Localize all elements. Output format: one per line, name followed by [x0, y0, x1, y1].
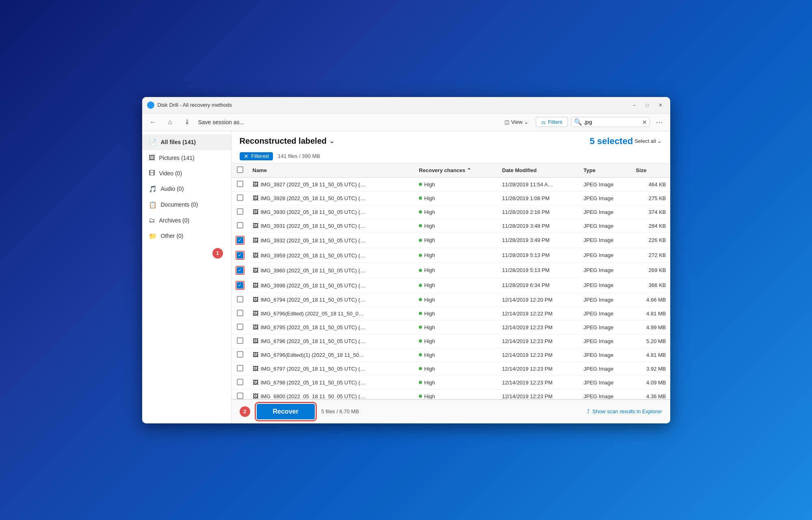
filters-label: Filters: [548, 119, 562, 125]
recover-button[interactable]: Recover: [257, 404, 315, 419]
row-checkbox-cell[interactable]: [232, 389, 249, 399]
green-dot-icon: [419, 269, 422, 272]
save-session-button[interactable]: Save session as...: [198, 119, 245, 125]
file-checkbox[interactable]: [237, 194, 243, 201]
sidebar-video-label: Video (0): [159, 170, 182, 177]
green-dot-icon: [419, 298, 422, 301]
sidebar-pictures-label: Pictures (141): [159, 155, 195, 161]
recovery-chances: High: [415, 205, 498, 219]
file-checkbox[interactable]: [237, 252, 243, 259]
row-checkbox-cell[interactable]: [232, 219, 249, 233]
close-button[interactable]: ✕: [656, 100, 665, 110]
file-checkbox[interactable]: [237, 267, 243, 274]
file-checkbox[interactable]: [237, 237, 243, 244]
main-content: 📄 All files (141) 🖼 Pictures (141) 🎞 Vid…: [142, 131, 670, 423]
bottom-file-info: 5 files / 6.70 MB: [321, 408, 359, 414]
file-icon: 🖼: [253, 379, 258, 386]
row-checkbox-cell[interactable]: [232, 375, 249, 389]
column-size: Size: [632, 163, 670, 178]
select-all-checkbox[interactable]: [237, 166, 243, 173]
row-checkbox-cell[interactable]: [232, 233, 249, 248]
row-checkbox-cell[interactable]: [232, 348, 249, 362]
green-dot-icon: [419, 224, 422, 227]
file-icon: 🖼: [253, 352, 258, 358]
table-row: 🖼IMG_6794 (2022_05_18 11_50_05 UTC) (… H…: [232, 293, 670, 306]
file-checkbox[interactable]: [237, 337, 243, 344]
row-checkbox-cell[interactable]: [232, 306, 249, 320]
search-clear-button[interactable]: ✕: [642, 119, 647, 125]
row-checkbox-cell[interactable]: [232, 248, 249, 263]
filter-tag-label: Filtered: [251, 153, 269, 159]
file-checkbox[interactable]: [237, 310, 243, 316]
table-row: 🖼IMG_6796(Edited) (2022_05_18 11_50_0… H…: [232, 306, 670, 320]
row-checkbox-cell[interactable]: [232, 191, 249, 205]
file-checkbox[interactable]: [237, 379, 243, 385]
sidebar-item-pictures[interactable]: 🖼 Pictures (141): [142, 150, 231, 166]
filters-button[interactable]: ⚎ Filters: [536, 117, 567, 127]
view-button[interactable]: ◫ View ⌄: [500, 117, 533, 127]
sidebar-item-video[interactable]: 🎞 Video (0): [142, 166, 231, 181]
file-checkbox[interactable]: [237, 296, 243, 302]
row-checkbox-cell[interactable]: [232, 177, 249, 191]
table-row: 🖼IMG_3927 (2022_05_18 11_50_05 UTC) (… H…: [232, 177, 670, 191]
file-icon: 🖼: [253, 296, 258, 303]
row-checkbox-cell[interactable]: [232, 334, 249, 348]
all-files-icon: 📄: [149, 138, 157, 146]
show-in-explorer-button[interactable]: ⤴ Show scan results in Explorer: [587, 408, 662, 414]
window-title: Disk Drill - All recovery methods: [158, 102, 626, 108]
sidebar-item-documents[interactable]: 📋 Documents (0): [142, 197, 231, 213]
recovery-dot: High: [419, 311, 435, 317]
column-recovery[interactable]: Recovery chances ⌃: [415, 163, 498, 178]
file-name: 🖼IMG_6796 (2022_05_18 11_50_05 UTC) (…: [249, 334, 415, 348]
sidebar-item-all-files[interactable]: 📄 All files (141): [142, 134, 231, 150]
file-checkbox[interactable]: [237, 282, 243, 289]
filter-icon: ⚎: [541, 119, 546, 125]
file-checkbox[interactable]: [237, 365, 243, 371]
green-dot-icon: [419, 339, 422, 343]
filter-remove-icon[interactable]: ✕: [244, 153, 249, 160]
search-input[interactable]: [584, 119, 641, 125]
back-button[interactable]: ←: [147, 116, 159, 128]
file-checkbox[interactable]: [237, 324, 243, 330]
green-dot-icon: [419, 326, 422, 329]
documents-icon: 📋: [149, 201, 157, 209]
file-checkbox[interactable]: [237, 181, 243, 187]
more-options-button[interactable]: ⋯: [653, 116, 665, 128]
file-size: 3.92 MB: [632, 362, 670, 375]
header-checkbox-cell[interactable]: [232, 163, 249, 178]
row-checkbox-cell[interactable]: [232, 320, 249, 334]
minimize-button[interactable]: –: [630, 100, 639, 110]
table-row: 🖼IMG_6796(Edited)(1) (2022_05_18 11_50… …: [232, 348, 670, 362]
date-modified: 11/28/2019 2:16 PM: [498, 205, 579, 219]
file-name: 🖼IMG_6800 (2022_05_18 11_50_05 UTC) (…: [249, 389, 415, 399]
folder-chevron-icon[interactable]: ⌄: [329, 137, 334, 145]
file-table-container[interactable]: Name Recovery chances ⌃ Date Modified Ty…: [232, 163, 670, 399]
recovery-dot: High: [419, 352, 435, 358]
row-checkbox-cell[interactable]: [232, 205, 249, 219]
file-checkbox[interactable]: [237, 351, 243, 358]
sidebar-item-audio[interactable]: 🎵 Audio (0): [142, 181, 231, 197]
file-type: JPEG Image: [579, 306, 632, 320]
file-type: JPEG Image: [579, 233, 632, 248]
app-icon: [147, 101, 154, 109]
select-all-button[interactable]: Select all ⌄: [634, 138, 662, 144]
file-type: JPEG Image: [579, 248, 632, 263]
home-button[interactable]: ⌂: [164, 116, 176, 128]
file-checkbox[interactable]: [237, 393, 243, 399]
file-type: JPEG Image: [579, 375, 632, 389]
file-icon: 🖼: [253, 365, 258, 372]
file-checkbox[interactable]: [237, 208, 243, 215]
row-checkbox-cell[interactable]: [232, 278, 249, 293]
file-checkbox[interactable]: [237, 222, 243, 229]
filter-tag[interactable]: ✕ Filtered: [240, 152, 273, 160]
recovery-dot: High: [419, 181, 435, 188]
table-row: 🖼IMG_6796 (2022_05_18 11_50_05 UTC) (… H…: [232, 334, 670, 348]
sidebar-item-other[interactable]: 📁 Other (0): [142, 228, 231, 244]
row-checkbox-cell[interactable]: [232, 362, 249, 375]
row-checkbox-cell[interactable]: [232, 293, 249, 306]
row-checkbox-cell[interactable]: [232, 263, 249, 278]
recovery-dot: High: [419, 366, 435, 372]
maximize-button[interactable]: □: [643, 100, 652, 110]
sidebar-item-archives[interactable]: 🗂 Archives (0): [142, 213, 231, 228]
download-button[interactable]: ⇓: [181, 116, 193, 128]
